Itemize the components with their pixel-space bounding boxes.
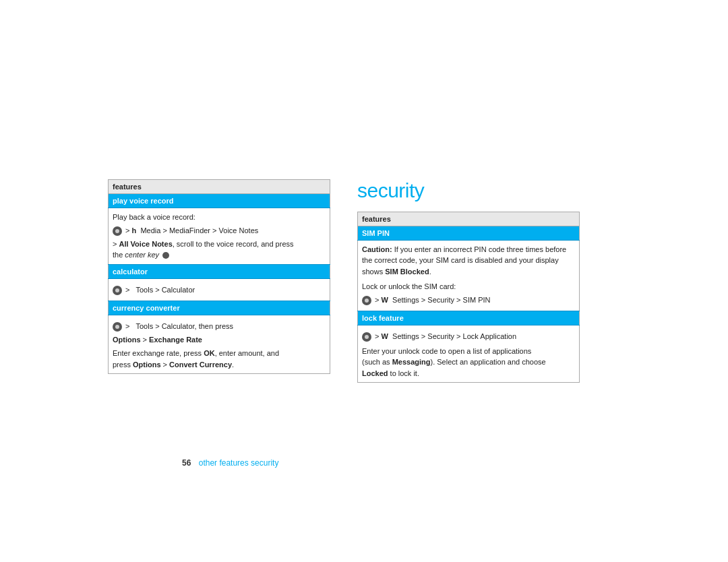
left-content-play-voice: Play back a voice record: > h Media > Me… <box>109 208 330 264</box>
left-table-header: features <box>109 179 330 193</box>
footer-text: other features security <box>199 458 279 468</box>
right-content-simpin: Caution: If you enter an incorrect PIN c… <box>358 240 580 311</box>
left-content-calculator: > Tools > Calculator <box>109 278 330 301</box>
right-content-lockfeature: > W Settings > Security > Lock Applicati… <box>358 325 580 383</box>
currency-nav1: > Tools > Calculator, then press <box>113 321 326 332</box>
play-voice-nav1: > h Media > MediaFinder > Voice Notes <box>113 225 326 237</box>
lockfeature-nav: > W Settings > Security > Lock Applicati… <box>362 331 575 342</box>
simpin-line1: Lock or unlock the SIM card: <box>362 281 575 292</box>
left-section-currency: currency converter <box>109 301 330 315</box>
left-section-play-voice: play voice record <box>109 193 330 208</box>
center-key-icon <box>162 252 169 259</box>
right-content-simpin-text: Caution: If you enter an incorrect PIN c… <box>358 240 580 311</box>
left-column: features play voice record Play back a v… <box>108 179 330 375</box>
left-table-header-row: features <box>109 179 330 193</box>
left-content-currency: > Tools > Calculator, then press Options… <box>109 315 330 374</box>
page-number: 56 <box>182 458 191 468</box>
right-content-lockfeature-text: > W Settings > Security > Lock Applicati… <box>358 325 580 383</box>
play-voice-line2: > All Voice Notes, scroll to the voice r… <box>113 239 326 250</box>
left-section-play-voice-label: play voice record <box>109 193 330 208</box>
left-content-play-voice-text: Play back a voice record: > h Media > Me… <box>109 208 330 264</box>
right-feature-table: features SIM PIN Caution: If you enter a… <box>357 212 580 383</box>
right-section-lockfeature: lock feature <box>358 311 580 325</box>
nav-symbol-4 <box>362 296 371 305</box>
right-column: security features SIM PIN Caution: <box>357 179 580 383</box>
right-section-simpin: SIM PIN <box>358 226 580 240</box>
left-content-calculator-text: > Tools > Calculator <box>109 278 330 301</box>
currency-line3: Enter exchange rate, press OK, enter amo… <box>113 348 326 359</box>
left-section-calculator: calculator <box>109 264 330 278</box>
left-feature-table: features play voice record Play back a v… <box>108 179 330 375</box>
currency-line2: Options > Exchange Rate <box>113 334 326 346</box>
play-voice-line3: the center key <box>113 249 326 261</box>
play-voice-line1: Play back a voice record: <box>113 212 326 224</box>
nav-symbol-5 <box>362 332 371 342</box>
left-section-calculator-label: calculator <box>109 264 330 278</box>
lockfeature-line1: Enter your unlock code to open a list of… <box>362 346 575 357</box>
page-footer: 56 other features security <box>182 458 278 468</box>
lockfeature-line3: Locked to lock it. <box>362 368 575 379</box>
right-section-simpin-label: SIM PIN <box>358 226 580 240</box>
left-content-currency-text: > Tools > Calculator, then press Options… <box>109 315 330 374</box>
right-table-header: features <box>358 212 580 226</box>
lockfeature-line2: (such as Messaging). Select an applicati… <box>362 356 575 368</box>
simpin-nav: > W Settings > Security > SIM PIN <box>362 294 575 306</box>
right-table-header-row: features <box>358 212 580 226</box>
section-title: security <box>357 179 580 202</box>
content-wrapper: features play voice record Play back a v… <box>108 179 620 383</box>
calc-nav: > Tools > Calculator <box>113 284 326 296</box>
caution-label: Caution: <box>362 245 392 253</box>
nav-symbol-3 <box>113 322 122 332</box>
currency-line4: press Options > Convert Currency. <box>113 359 326 371</box>
page-container: features play voice record Play back a v… <box>0 0 728 562</box>
simpin-caution: Caution: If you enter an incorrect PIN c… <box>362 244 575 278</box>
right-section-lockfeature-label: lock feature <box>358 311 580 325</box>
nav-symbol-2 <box>113 286 122 295</box>
nav-symbol-1 <box>113 226 122 236</box>
left-section-currency-label: currency converter <box>109 301 330 315</box>
